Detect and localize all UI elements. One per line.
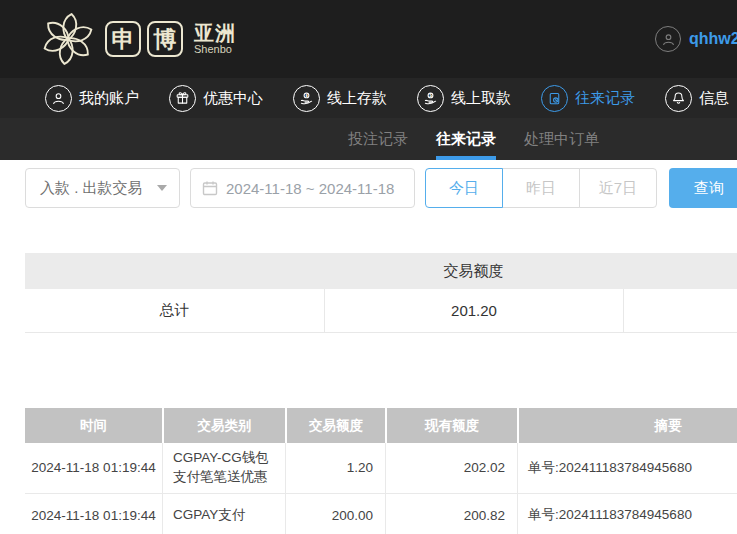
column-header-balance: 现有额度: [385, 408, 517, 443]
summary-table-header: 交易额度: [25, 253, 737, 289]
tab-processing-orders[interactable]: 处理中订单: [524, 118, 599, 160]
svg-text:¥: ¥: [305, 93, 308, 98]
page: 申 博 亚洲 Shenbo qhhw2 我的账户: [0, 0, 737, 534]
account-menu[interactable]: qhhw2: [655, 0, 737, 78]
subtab-bar: 投注记录 往来记录 处理中订单: [0, 118, 737, 160]
search-button[interactable]: 查询: [669, 168, 737, 208]
gift-icon: [169, 85, 196, 112]
column-header-amount: 交易额度: [285, 408, 385, 443]
cell-balance: 202.02: [385, 443, 517, 493]
date-range-value: 2024-11-18 ~ 2024-11-18: [226, 180, 394, 197]
cell-summary: 单号:202411183784945680: [517, 494, 737, 534]
avatar-icon: [655, 26, 681, 52]
records-table-header: 时间 交易类别 交易额度 现有额度 摘要: [25, 408, 737, 443]
nav-item-label: 往来记录: [575, 89, 635, 108]
bell-icon: [665, 85, 692, 112]
summary-total-value: 201.20: [324, 289, 623, 332]
nav-item-promotions[interactable]: 优惠中心: [169, 85, 263, 112]
nav-item-label: 线上取款: [451, 89, 511, 108]
cell-balance: 200.82: [385, 494, 517, 534]
nav-item-label: 线上存款: [327, 89, 387, 108]
cell-time: 2024-11-18 01:19:44: [25, 443, 162, 493]
tab-transaction-records[interactable]: 往来记录: [436, 118, 496, 160]
cell-type: CGPAY-CG钱包支付笔笔送优惠: [162, 443, 285, 493]
logo-region-text: 亚洲: [194, 23, 236, 44]
withdraw-icon: $: [417, 85, 444, 112]
user-icon: [45, 85, 72, 112]
nav-item-label: 优惠中心: [203, 89, 263, 108]
nav-item-my-account[interactable]: 我的账户: [45, 85, 139, 112]
quick-today-button[interactable]: 今日: [425, 168, 503, 208]
table-row: 2024-11-18 01:19:44 CGPAY支付 200.00 200.8…: [25, 494, 737, 534]
username-text[interactable]: qhhw2: [689, 30, 737, 48]
records-table: 时间 交易类别 交易额度 现有额度 摘要 2024-11-18 01:19:44…: [25, 408, 737, 534]
records-icon: [541, 85, 568, 112]
svg-text:$: $: [429, 93, 432, 98]
nav-item-records[interactable]: 往来记录: [541, 85, 635, 112]
top-header: 申 博 亚洲 Shenbo qhhw2: [0, 0, 737, 78]
cell-summary: 单号:202411183784945680: [517, 443, 737, 493]
cell-time: 2024-11-18 01:19:44: [25, 494, 162, 534]
column-header-time: 时间: [25, 408, 162, 443]
chevron-down-icon: [157, 185, 167, 191]
nav-item-label: 我的账户: [79, 89, 139, 108]
transaction-type-select[interactable]: 入款 . 出款交易: [25, 168, 180, 208]
summary-amount-header: 交易额度: [324, 262, 623, 281]
main-nav: 我的账户 优惠中心 ¥ 线上存款 $ 线上取款 往来记录: [0, 78, 737, 118]
quick-yesterday-button[interactable]: 昨日: [502, 168, 580, 208]
calendar-icon: [202, 180, 218, 196]
date-range-picker[interactable]: 2024-11-18 ~ 2024-11-18: [190, 168, 415, 208]
tab-bet-records[interactable]: 投注记录: [348, 118, 408, 160]
nav-item-label: 信息: [699, 89, 729, 108]
logo-char-box: 申: [105, 21, 141, 57]
table-row: 2024-11-18 01:19:44 CGPAY-CG钱包支付笔笔送优惠 1.…: [25, 443, 737, 494]
nav-item-deposit[interactable]: ¥ 线上存款: [293, 85, 387, 112]
type-select-value: 入款 . 出款交易: [40, 179, 143, 198]
site-logo[interactable]: 申 博 亚洲 Shenbo: [40, 8, 236, 70]
summary-table: 交易额度 总计 201.20: [25, 253, 737, 333]
nav-item-withdraw[interactable]: $ 线上取款: [417, 85, 511, 112]
nav-item-messages[interactable]: 信息: [665, 85, 729, 112]
summary-total-label: 总计: [25, 289, 324, 332]
quick-date-group: 今日 昨日 近7日: [425, 168, 657, 208]
cell-amount: 1.20: [285, 443, 385, 493]
cell-type: CGPAY支付: [162, 494, 285, 534]
column-header-summary: 摘要: [517, 408, 737, 443]
flower-logo-icon: [40, 9, 96, 69]
summary-total-row: 总计 201.20: [25, 289, 737, 333]
quick-last7days-button[interactable]: 近7日: [579, 168, 657, 208]
filter-bar: 入款 . 出款交易 2024-11-18 ~ 2024-11-18 今日 昨日 …: [25, 168, 737, 208]
column-header-type: 交易类别: [162, 408, 285, 443]
cell-amount: 200.00: [285, 494, 385, 534]
logo-char-box: 博: [147, 21, 183, 57]
deposit-icon: ¥: [293, 85, 320, 112]
logo-sub-text: Shenbo: [194, 44, 236, 56]
